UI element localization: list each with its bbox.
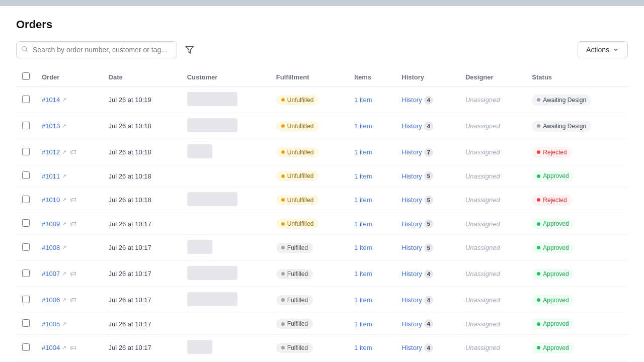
items-cell: 1 item [348, 261, 395, 287]
actions-button[interactable]: Actions [578, 41, 628, 58]
row-checkbox[interactable] [22, 196, 30, 203]
toolbar: Actions [16, 41, 628, 58]
external-link-icon: ↗ [62, 173, 66, 179]
order-cell: #1014 ↗ [36, 87, 103, 113]
items-link[interactable]: 1 item [354, 196, 372, 204]
fulfillment-cell: Unfulfilled [270, 213, 348, 235]
order-cell: #1007 ↗ 🏷 [36, 261, 103, 287]
order-cell: #1012 ↗ 🏷 [36, 139, 103, 165]
order-cell: #1004 ↗ 🏷 [36, 335, 103, 361]
items-link[interactable]: 1 item [354, 148, 372, 156]
order-link[interactable]: #1009 ↗ [42, 220, 66, 228]
history-link[interactable]: History [401, 96, 422, 104]
row-checkbox[interactable] [22, 96, 30, 103]
history-link[interactable]: History [401, 320, 422, 328]
row-checkbox[interactable] [22, 219, 30, 227]
table-row: #1005 ↗ Jul 26 at 10:17 Fulfilled 1 item… [16, 313, 628, 335]
search-input[interactable] [16, 41, 177, 58]
history-link[interactable]: History [401, 244, 422, 251]
date-cell: Jul 26 at 10:17 [103, 235, 181, 261]
designer-cell: Unassigned [459, 287, 526, 313]
designer-cell: Unassigned [459, 113, 526, 139]
row-checkbox[interactable] [22, 343, 30, 351]
history-cell: History 4 [395, 335, 459, 361]
status-badge: Awaiting Design [532, 95, 591, 106]
items-cell: 1 item [348, 139, 395, 165]
row-checkbox[interactable] [22, 296, 30, 303]
order-link[interactable]: #1006 ↗ [42, 296, 66, 304]
filter-button[interactable] [182, 42, 197, 57]
order-link[interactable]: #1005 ↗ [42, 320, 66, 328]
history-link[interactable]: History [401, 196, 422, 204]
row-checkbox-cell [16, 287, 36, 313]
row-checkbox[interactable] [22, 319, 30, 327]
history-link[interactable]: History [401, 220, 422, 228]
status-badge: Rejected [532, 195, 572, 206]
row-checkbox-cell [16, 313, 36, 335]
history-cell: History 4 [395, 287, 459, 313]
order-link[interactable]: #1008 ↗ [42, 244, 66, 251]
designer-cell: Unassigned [459, 139, 526, 165]
items-link[interactable]: 1 item [354, 320, 372, 328]
history-link[interactable]: History [401, 148, 422, 156]
items-link[interactable]: 1 item [354, 344, 372, 351]
row-checkbox[interactable] [22, 122, 30, 129]
order-link[interactable]: #1014 ↗ [42, 96, 66, 104]
external-link-icon: ↗ [62, 221, 66, 227]
history-link[interactable]: History [401, 296, 422, 304]
row-checkbox[interactable] [22, 243, 30, 251]
fulfillment-cell: Fulfilled [270, 287, 348, 313]
history-link[interactable]: History [401, 344, 422, 351]
history-link[interactable]: History [401, 122, 422, 130]
table-row: #1006 ↗ 🏷 Jul 26 at 10:17 Fulfilled 1 it… [16, 287, 628, 313]
items-cell: 1 item [348, 235, 395, 261]
date-cell: Jul 26 at 10:18 [103, 139, 181, 165]
items-link[interactable]: 1 item [354, 296, 372, 304]
items-link[interactable]: 1 item [354, 96, 372, 104]
fulfillment-badge: Fulfilled [276, 243, 313, 253]
table-row: #1014 ↗ Jul 26 at 10:19 Unfulfilled 1 it… [16, 87, 628, 113]
tag-icon: 🏷 [70, 220, 76, 228]
history-link[interactable]: History [401, 172, 422, 180]
orders-page: Orders Actions Order Date Customer [0, 6, 644, 362]
fulfillment-badge: Fulfilled [276, 319, 313, 329]
items-link[interactable]: 1 item [354, 220, 372, 228]
history-link[interactable]: History [401, 270, 422, 278]
order-cell: #1011 ↗ [36, 165, 103, 187]
items-link[interactable]: 1 item [354, 270, 372, 278]
designer-value: Unassigned [465, 344, 500, 351]
row-checkbox[interactable] [22, 269, 30, 277]
select-all-checkbox[interactable] [22, 72, 30, 80]
status-cell: Approved [526, 335, 628, 361]
order-link[interactable]: #1007 ↗ [42, 270, 66, 278]
order-link[interactable]: #1011 ↗ [42, 172, 66, 180]
items-link[interactable]: 1 item [354, 172, 372, 180]
col-history: History [395, 67, 459, 87]
table-row: #1013 ↗ Jul 26 at 10:18 Unfulfilled 1 it… [16, 113, 628, 139]
tag-icon: 🏷 [70, 344, 76, 351]
row-checkbox[interactable] [22, 148, 30, 155]
row-checkbox[interactable] [22, 171, 30, 179]
external-link-icon: ↗ [62, 321, 66, 327]
customer-cell [181, 187, 270, 213]
fulfillment-badge: Fulfilled [276, 269, 313, 279]
select-all-header [16, 67, 36, 87]
svg-marker-0 [186, 46, 194, 53]
status-cell: Rejected [526, 187, 628, 213]
date-cell: Jul 26 at 10:18 [103, 187, 181, 213]
customer-cell [181, 113, 270, 139]
row-checkbox-cell [16, 261, 36, 287]
order-link[interactable]: #1013 ↗ [42, 122, 66, 130]
order-link[interactable]: #1010 ↗ [42, 196, 66, 204]
date-cell: Jul 26 at 10:17 [103, 335, 181, 361]
designer-value: Unassigned [465, 148, 500, 156]
customer-cell [181, 287, 270, 313]
items-link[interactable]: 1 item [354, 244, 372, 251]
fulfillment-cell: Unfulfilled [270, 187, 348, 213]
order-link[interactable]: #1004 ↗ [42, 344, 66, 351]
status-badge: Approved [532, 170, 574, 182]
status-cell: Rejected [526, 139, 628, 165]
order-link[interactable]: #1012 ↗ [42, 148, 66, 156]
items-link[interactable]: 1 item [354, 122, 372, 130]
history-count: 4 [424, 122, 433, 131]
